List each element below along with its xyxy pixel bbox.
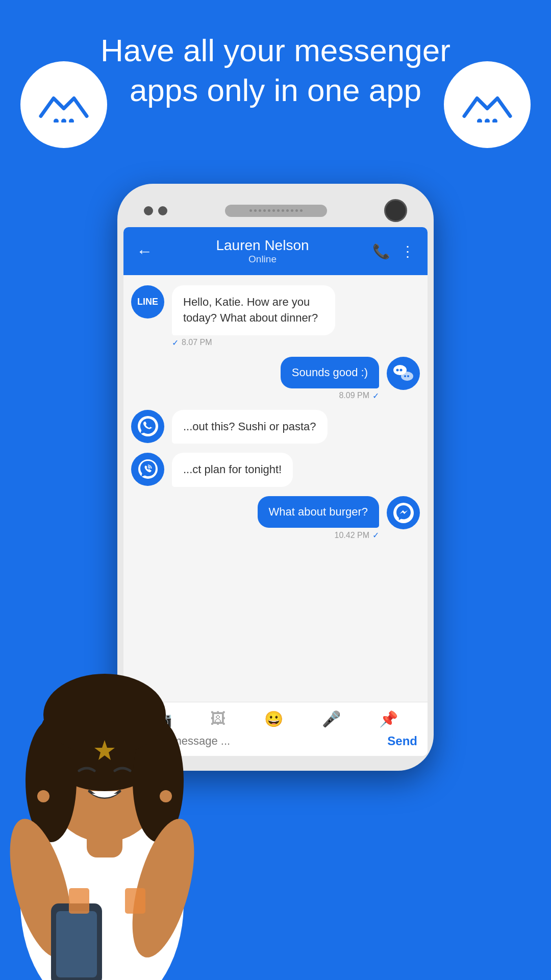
viber-icon-svg [138,459,158,480]
message-row-1: LINE Hello, Katie. How are you today? Wh… [131,285,420,348]
svg-rect-30 [125,888,145,914]
message-row-2: Sounds good :) 8.09 PM ✓ [131,357,420,401]
svg-rect-29 [69,888,89,914]
wechat-app-avatar [387,357,420,390]
svg-point-8 [400,369,403,372]
messenger-icon-svg [393,502,414,524]
more-options-icon[interactable]: ⋮ [400,243,415,260]
message-time-1: ✓ 8.07 PM [172,338,335,348]
message-block-4: ...ct plan for tonight! [172,453,293,487]
messenger-app-avatar [387,496,420,529]
girl-svg [0,521,224,980]
phone-top-bar [123,190,428,227]
time-label-1: 8.07 PM [182,338,212,347]
svg-point-27 [37,790,49,802]
phone-sensor-1 [144,206,153,215]
phone-speaker [225,205,327,217]
read-checkmark-5: ✓ [372,530,379,540]
line-app-avatar: LINE [131,285,164,318]
send-button[interactable]: Send [387,734,417,748]
message-time-2: 8.09 PM ✓ [339,391,379,401]
message-bubble-2: Sounds good :) [281,357,379,388]
svg-point-0 [54,119,59,123]
contact-status: Online [163,254,362,265]
svg-point-7 [396,369,399,372]
message-block-3: ...out this? Sushi or pasta? [172,410,328,444]
header-action-icons: 📞 ⋮ [372,243,415,260]
wechat-icon-svg [392,363,415,383]
girl-character [0,521,224,980]
time-label-5: 10.42 PM [335,531,369,540]
svg-point-10 [404,375,406,377]
time-label-2: 8.09 PM [339,391,369,400]
message-bubble-1: Hello, Katie. How are you today? What ab… [172,285,335,335]
emoji-icon[interactable]: 😀 [264,710,283,728]
contact-name: Lauren Nelson [163,237,362,254]
viber-app-avatar [131,453,164,486]
message-bubble-3: ...out this? Sushi or pasta? [172,410,328,444]
phone-sensor-2 [158,206,167,215]
svg-point-2 [69,119,74,123]
whatsapp-icon-svg [137,415,159,437]
svg-point-28 [160,790,172,802]
svg-point-3 [477,119,482,123]
header-area: Have all your messenger apps only in one… [0,0,551,110]
call-icon[interactable]: 📞 [372,243,390,260]
whatsapp-app-avatar [131,410,164,443]
message-row-3: ...out this? Sushi or pasta? [131,410,420,444]
read-checkmark-2: ✓ [372,391,379,401]
phone-sensors [144,206,167,215]
svg-point-11 [407,375,409,377]
message-time-5: 10.42 PM ✓ [335,530,379,540]
speaker-grill [249,209,303,212]
svg-point-1 [61,119,66,123]
message-block-1: Hello, Katie. How are you today? What ab… [172,285,335,348]
svg-rect-26 [56,911,97,977]
message-block-5: What about burger? 10.42 PM ✓ [258,496,379,540]
svg-point-5 [492,119,497,123]
mic-icon[interactable]: 🎤 [322,710,341,728]
back-button[interactable]: ← [136,242,153,261]
message-row-4: ...ct plan for tonight! [131,453,420,487]
header-title: Have all your messenger apps only in one… [0,31,551,110]
message-bubble-5: What about burger? [258,496,379,528]
phone-camera [384,199,407,222]
svg-point-4 [485,119,490,123]
location-icon[interactable]: 📌 [379,710,398,728]
message-block-2: Sounds good :) 8.09 PM ✓ [281,357,379,401]
contact-info: Lauren Nelson Online [163,237,362,265]
read-checkmark-1: ✓ [172,338,179,348]
message-bubble-4: ...ct plan for tonight! [172,453,293,487]
chat-header: ← Lauren Nelson Online 📞 ⋮ [123,227,428,275]
